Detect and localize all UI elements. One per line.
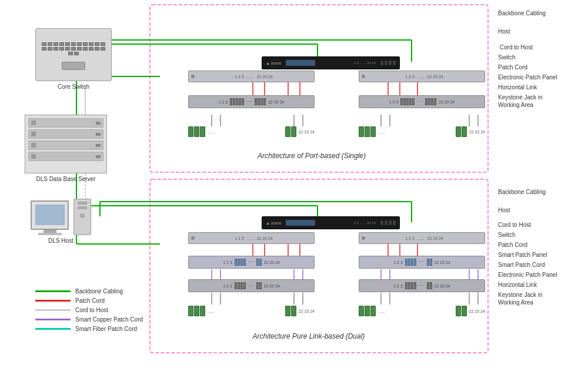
smart-copper-line-sample — [35, 319, 71, 320]
right-labels-bottom: Backbone Cabling Host Cord to Host Switc… — [498, 187, 583, 307]
label-cord-to-host: Cord to Host — [498, 42, 583, 52]
label-patch-cord2: Patch Cord — [498, 240, 583, 250]
right-labels-top: Backbone Cabling Host Cord to Host Switc… — [498, 8, 583, 110]
svg-rect-0 — [150, 5, 488, 172]
bottom-left-spp: 1 2 3 ...... 22 23 24 — [188, 256, 315, 269]
core-switch: Core Switch — [35, 28, 112, 90]
label-epp2: Electronic Patch Panel — [498, 270, 583, 280]
dls-host-label: DLS Host — [48, 237, 74, 244]
cord-to-host-line-sample — [35, 309, 71, 311]
top-right-keystone: ...... 22 23 24 — [359, 123, 485, 140]
legend-backbone-label: Backbone Cabling — [75, 288, 123, 295]
label-patch-cord: Patch Cord — [498, 62, 583, 72]
legend-patch-cord-label: Patch Cord — [75, 297, 105, 304]
label-smart-patch-cord: Smart Patch Cord — [498, 260, 583, 270]
label-backbone-cabling: Backbone Cabling — [498, 8, 583, 18]
legend: Backbone Cabling Patch Cord Cord to Host… — [35, 288, 143, 332]
label-smart-patch-panel: Smart Patch Panel — [498, 250, 583, 260]
backbone-line-sample — [35, 290, 71, 292]
bottom-left-switch: 1 2 3 ...... 22 23 24 — [188, 232, 315, 244]
label-switch: Switch — [498, 52, 583, 62]
bottom-right-spp: 1 2 3 ...... 22 23 24 — [359, 256, 485, 269]
bottom-section-label: Architecture Pure Link-based (Dual) — [223, 332, 394, 340]
legend-cord-to-host: Cord to Host — [35, 307, 143, 313]
top-host-rack: ▲ avere 1 2 ...... 23 24 — [262, 56, 400, 69]
top-right-epp: 1 2 3 ...... 22 23 24 — [359, 95, 485, 108]
dls-host: DLS Host — [31, 199, 91, 244]
dls-server: DLS Data Base Server — [25, 115, 107, 182]
label-cord-to-host2: Cord to Host — [498, 220, 583, 230]
legend-backbone: Backbone Cabling — [35, 288, 143, 295]
legend-cord-to-host-label: Cord to Host — [75, 307, 108, 313]
legend-patch-cord: Patch Cord — [35, 297, 143, 304]
label-horiz-link2: Horizontal Link — [498, 280, 583, 290]
bottom-right-epp: 1 2 3 ...... 22 23 24 — [359, 279, 485, 292]
legend-smart-copper: Smart Copper Patch Cord — [35, 316, 143, 323]
top-left-epp: 1 2 3 ...... 22 23 24 — [188, 95, 315, 108]
top-right-switch: 1 2 3 ...... 22 23 24 — [359, 71, 485, 82]
top-left-keystone: ...... 22 23 24 — [188, 123, 315, 140]
main-container: Core Switch DLS Data Base Server — [0, 0, 588, 378]
label-host: Host — [498, 26, 583, 36]
core-switch-label: Core Switch — [58, 83, 89, 90]
label-keystone: Keystone Jack inWorking Area — [498, 92, 583, 110]
smart-fiber-line-sample — [35, 328, 71, 330]
label-host2: Host — [498, 205, 583, 215]
label-switch2: Switch — [498, 230, 583, 240]
legend-smart-copper-label: Smart Copper Patch Cord — [75, 316, 143, 323]
bottom-left-keystone: ...... 22 23 24 — [188, 303, 315, 319]
dls-server-label: DLS Data Base Server — [36, 176, 95, 182]
label-backbone-cabling2: Backbone Cabling — [498, 187, 583, 197]
patch-cord-line-sample — [35, 300, 71, 302]
top-left-switch: 1 2 3 ...... 22 23 24 — [188, 71, 315, 82]
legend-smart-fiber: Smart Fiber Patch Cord — [35, 326, 143, 332]
bottom-left-epp: 1 2 3 ...... 22 23 24 — [188, 279, 315, 292]
bottom-host-rack: ▲ avere 1 2 ...... 23 24 — [262, 216, 400, 229]
bottom-right-keystone: ...... 22 23 24 — [359, 303, 485, 319]
bottom-right-switch: 1 2 3 ...... 22 23 24 — [359, 232, 485, 244]
label-keystone2: Keystone Jack inWorking Area — [498, 290, 583, 307]
top-section-label: Architecture of Port-based (Single) — [229, 152, 394, 160]
label-epp: Electronic Patch Panel — [498, 72, 583, 82]
label-horiz-link: Horizontal Link — [498, 82, 583, 92]
legend-smart-fiber-label: Smart Fiber Patch Cord — [75, 326, 137, 332]
